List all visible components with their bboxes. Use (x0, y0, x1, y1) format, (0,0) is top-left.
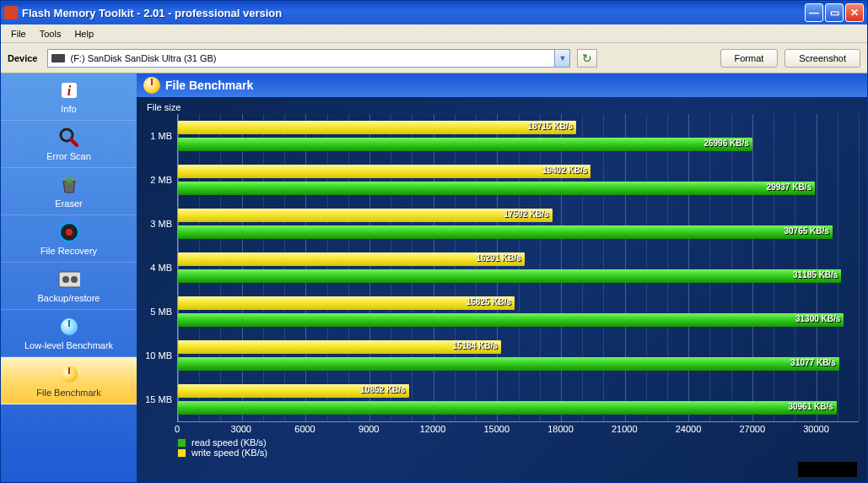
legend-write-label: write speed (KB/s) (191, 448, 267, 458)
bar-read: 26996 KB/s (178, 138, 752, 151)
app-window: Flash Memory Toolkit - 2.01 - profession… (0, 0, 868, 483)
bar-write-label: 10852 KB/s (360, 385, 405, 394)
content-title: File Benchmark (165, 79, 253, 92)
x-tick-label: 24000 (676, 424, 702, 434)
stopwatch-icon (143, 77, 160, 94)
device-value: (F:) SanDisk SanDisk Ultra (31 GB) (70, 53, 216, 63)
x-tick-label: 21000 (612, 424, 638, 434)
info-icon: i (58, 79, 80, 101)
chevron-down-icon[interactable]: ▼ (554, 50, 569, 67)
redacted-area (798, 462, 857, 477)
format-button[interactable]: Format (720, 49, 779, 68)
app-icon (4, 6, 18, 19)
main-area: i Info Error Scan Eraser File (1, 73, 867, 482)
legend-read-label: read speed (KB/s) (191, 437, 267, 448)
x-tick-label: 9000 (359, 424, 379, 434)
chart-row: 16291 KB/s31185 KB/s (178, 246, 859, 290)
bar-read: 29937 KB/s (178, 182, 815, 195)
sidebar: i Info Error Scan Eraser File (1, 73, 137, 482)
maximize-button[interactable]: ▭ (825, 3, 844, 22)
legend-read: read speed (KB/s) (177, 437, 859, 448)
chart-category-label: 10 MB (145, 334, 177, 377)
sidebar-item-info[interactable]: i Info (1, 73, 137, 121)
sidebar-item-eraser[interactable]: Eraser (1, 168, 137, 215)
chart-row: 10852 KB/s30961 KB/s (178, 377, 859, 421)
screenshot-button[interactable]: Screenshot (784, 49, 860, 68)
menu-file[interactable]: File (4, 27, 33, 41)
svg-text:i: i (67, 84, 71, 98)
menubar: File Tools Help (1, 24, 867, 43)
x-tick-label: 15000 (483, 424, 509, 434)
sidebar-item-label: Eraser (55, 198, 82, 209)
toolbar: Device (F:) SanDisk SanDisk Ultra (31 GB… (1, 43, 867, 73)
x-tick-label: 6000 (294, 424, 315, 434)
chart-row: 17592 KB/s30765 KB/s (178, 202, 859, 246)
bar-write-label: 19402 KB/s (542, 166, 587, 175)
chart-category-label: 15 MB (145, 377, 177, 421)
drive-icon (51, 54, 65, 62)
svg-point-11 (71, 276, 78, 283)
sidebar-item-label: Low-level Benchmark (24, 340, 113, 350)
menu-help[interactable]: Help (67, 27, 100, 41)
bar-write: 16291 KB/s (178, 252, 525, 266)
sidebar-item-low-level-benchmark[interactable]: Low-level Benchmark (1, 310, 137, 357)
sidebar-item-label: File Recovery (40, 246, 97, 256)
tape-icon (58, 269, 80, 290)
bar-write-label: 15825 KB/s (466, 297, 511, 307)
chart-category-label: 3 MB (145, 202, 177, 246)
x-tick-label: 3000 (231, 424, 251, 434)
chart: File size 1 MB2 MB3 MB4 MB5 MB10 MB15 MB… (137, 97, 867, 482)
x-tick-label: 27000 (739, 424, 765, 434)
sidebar-item-backup-restore[interactable]: Backup/restore (1, 263, 137, 310)
chart-row: 19402 KB/s29937 KB/s (178, 158, 859, 202)
content-header: File Benchmark (137, 73, 867, 97)
chart-row: 15825 KB/s31300 KB/s (178, 290, 859, 334)
bar-write: 10852 KB/s (178, 384, 409, 398)
menu-tools[interactable]: Tools (33, 27, 68, 41)
sidebar-item-file-recovery[interactable]: File Recovery (1, 215, 137, 263)
refresh-button[interactable]: ↻ (577, 49, 597, 68)
bar-read-label: 26996 KB/s (704, 138, 748, 148)
bar-write: 15184 KB/s (178, 340, 501, 354)
refresh-icon: ↻ (582, 52, 592, 65)
chart-categories: 1 MB2 MB3 MB4 MB5 MB10 MB15 MB (145, 114, 177, 422)
sidebar-item-label: Error Scan (46, 151, 91, 161)
chart-plot: 18715 KB/s26996 KB/s19402 KB/s29937 KB/s… (177, 114, 859, 422)
sidebar-item-error-scan[interactable]: Error Scan (1, 121, 137, 168)
bar-write-label: 15184 KB/s (453, 341, 498, 350)
bar-write: 15825 KB/s (178, 296, 515, 310)
magnifier-icon (58, 127, 80, 149)
stopwatch-icon (58, 363, 80, 385)
titlebar: Flash Memory Toolkit - 2.01 - profession… (1, 1, 867, 24)
device-select[interactable]: (F:) SanDisk SanDisk Ultra (31 GB) ▼ (47, 49, 570, 68)
sidebar-item-label: Info (61, 104, 76, 114)
bar-read-label: 29937 KB/s (767, 182, 811, 192)
sidebar-item-file-benchmark[interactable]: File Benchmark (1, 357, 137, 404)
chart-row: 15184 KB/s31077 KB/s (178, 334, 859, 377)
chart-ylabel: File size (147, 102, 859, 112)
chart-category-label: 4 MB (145, 246, 177, 290)
x-tick-label: 0 (175, 424, 180, 434)
chart-category-label: 5 MB (145, 290, 177, 334)
recovery-icon (58, 221, 80, 243)
x-tick-label: 30000 (803, 424, 829, 434)
bar-read: 30765 KB/s (178, 225, 833, 239)
bar-write-label: 18715 KB/s (528, 122, 573, 131)
window-controls: — ▭ ✕ (805, 3, 864, 22)
bar-write-label: 16291 KB/s (476, 253, 520, 263)
bar-read-label: 31185 KB/s (793, 270, 838, 279)
bar-read: 31300 KB/s (178, 313, 844, 327)
bar-read-label: 31077 KB/s (790, 358, 835, 367)
stopwatch-icon (58, 316, 80, 338)
svg-point-5 (67, 178, 72, 183)
window-title: Flash Memory Toolkit - 2.01 - profession… (22, 7, 805, 19)
swatch-write (177, 448, 186, 458)
content-panel: File Benchmark File size 1 MB2 MB3 MB4 M… (137, 73, 867, 482)
x-tick-label: 12000 (420, 424, 446, 434)
close-button[interactable]: ✕ (845, 3, 864, 22)
chart-category-label: 1 MB (145, 114, 177, 158)
chart-x-axis: 0300060009000120001500018000210002400027… (177, 424, 859, 436)
minimize-button[interactable]: — (805, 3, 823, 22)
svg-point-10 (62, 276, 69, 283)
bar-read-label: 30961 KB/s (788, 402, 833, 411)
